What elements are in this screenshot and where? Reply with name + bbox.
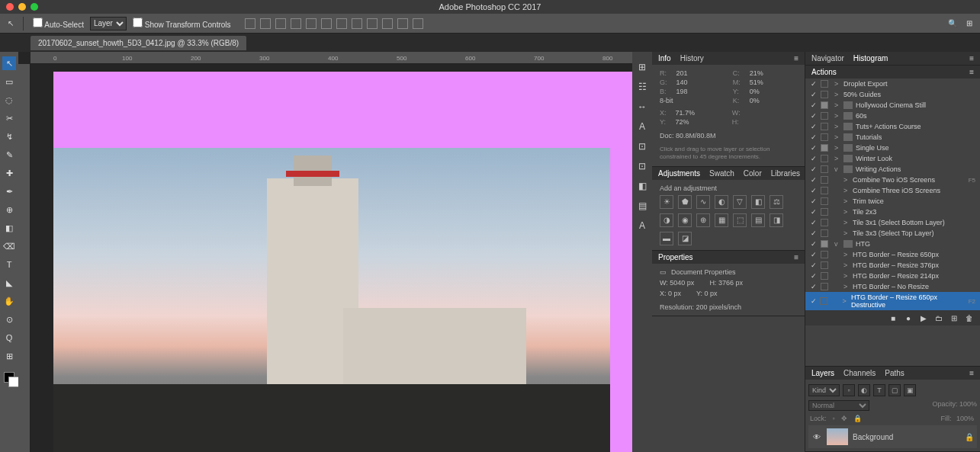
filter-type-icon[interactable]: T [873, 384, 885, 396]
ruler-horizontal[interactable]: 0100200300400500600700800 [31, 52, 632, 64]
action-dialog-toggle[interactable] [821, 91, 828, 98]
blend-mode-select[interactable]: Normal [808, 400, 869, 411]
action-dialog-toggle[interactable] [821, 112, 828, 120]
distribute-bottom-icon[interactable] [367, 18, 378, 29]
action-dialog-toggle[interactable] [821, 165, 828, 173]
action-toggle-icon[interactable]: ✓ [810, 197, 818, 205]
filter-pixel-icon[interactable]: ▫ [843, 384, 855, 396]
lock-pixels-icon[interactable]: ▫ [831, 415, 837, 422]
libraries-tab[interactable]: Libraries [771, 169, 800, 178]
filter-adjust-icon[interactable]: ◐ [858, 384, 870, 396]
channels-tab[interactable]: Channels [843, 369, 876, 377]
disclosure-icon[interactable]: > [843, 229, 850, 237]
align-top-icon[interactable] [245, 18, 255, 29]
disclosure-icon[interactable]: > [843, 283, 850, 290]
action-toggle-icon[interactable]: ✓ [810, 240, 818, 248]
auto-select-mode-select[interactable]: Layer [90, 17, 127, 30]
action-item-12[interactable]: ✓>Tile 2x3 [805, 207, 980, 217]
action-item-14[interactable]: ✓>Tile 3x3 (Select Top Layer) [805, 228, 980, 239]
distribute-vcenter-icon[interactable] [352, 18, 362, 29]
workspace-icon[interactable]: ⊞ [966, 19, 972, 27]
action-item-13[interactable]: ✓>Tile 3x1 (Select Bottom Layer) [805, 217, 980, 228]
tool-15[interactable]: Q [2, 331, 16, 345]
action-toggle-icon[interactable]: ✓ [810, 219, 818, 226]
action-dialog-toggle[interactable] [821, 261, 828, 269]
action-item-9[interactable]: ✓>Combine Two iOS ScreensF5 [805, 175, 980, 185]
tool-2[interactable]: ◌ [2, 93, 16, 107]
layer-background[interactable]: 👁 Background 🔒 [808, 425, 977, 448]
prop-x[interactable]: X: 0 px [660, 290, 681, 297]
disclosure-icon[interactable]: > [843, 176, 850, 184]
action-toggle-icon[interactable]: ✓ [810, 155, 818, 162]
action-dialog-toggle[interactable] [821, 219, 828, 226]
search-icon[interactable]: 🔍 [948, 19, 957, 27]
tool-9[interactable]: ◧ [2, 221, 16, 235]
action-dialog-toggle[interactable] [821, 251, 828, 258]
action-dialog-toggle[interactable] [821, 229, 828, 237]
layers-tab[interactable]: Layers [811, 369, 834, 377]
lock-all-icon[interactable]: 🔒 [852, 415, 863, 422]
paths-tab[interactable]: Paths [885, 369, 904, 377]
disclosure-icon[interactable]: > [843, 272, 850, 280]
distribute-left-icon[interactable] [382, 18, 393, 29]
prop-width[interactable]: W: 5040 px [660, 279, 694, 287]
channelmixer-adjustment-icon[interactable]: ⊕ [696, 213, 710, 227]
new-action-icon[interactable]: ⊞ [949, 313, 959, 322]
document-tab[interactable]: 20170602_sunset_howth_5D3_0412.jpg @ 33.… [31, 36, 246, 50]
tool-10[interactable]: ⌫ [2, 239, 16, 253]
action-toggle-icon[interactable]: ✓ [810, 187, 818, 194]
action-item-5[interactable]: ✓>Tutorials [805, 132, 980, 143]
colorlookup-adjustment-icon[interactable]: ▦ [715, 213, 728, 227]
action-item-7[interactable]: ✓>Winter Look [805, 153, 980, 164]
history-tab[interactable]: History [680, 54, 704, 63]
distribute-top-icon[interactable] [336, 18, 347, 29]
action-item-20[interactable]: ✓>HTG Border – Resize 650px DestructiveF… [805, 292, 980, 310]
disclosure-icon[interactable]: > [843, 208, 850, 216]
action-dialog-toggle[interactable] [821, 208, 828, 216]
distribute-hcenter-icon[interactable] [397, 18, 408, 29]
distribute-right-icon[interactable] [413, 18, 423, 29]
disclosure-icon[interactable]: > [834, 155, 840, 162]
prop-height[interactable]: H: 3766 px [709, 279, 743, 287]
action-item-8[interactable]: ✓vWriting Actions [805, 164, 980, 175]
dock-icon-6[interactable]: ◧ [636, 180, 648, 192]
action-dialog-toggle[interactable] [821, 144, 828, 152]
color-tab[interactable]: Color [744, 169, 762, 178]
action-item-15[interactable]: ✓vHTG [805, 239, 980, 249]
tool-7[interactable]: ✒ [2, 184, 16, 198]
filter-shape-icon[interactable]: ▢ [888, 384, 901, 396]
tool-11[interactable]: T [2, 258, 16, 271]
disclosure-icon[interactable]: > [834, 80, 840, 88]
lock-position-icon[interactable]: ✥ [840, 415, 849, 422]
action-item-2[interactable]: ✓>Hollywood Cinema Still [805, 100, 980, 111]
disclosure-icon[interactable]: > [843, 297, 848, 305]
action-toggle-icon[interactable]: ✓ [810, 208, 818, 216]
tool-5[interactable]: ✎ [2, 148, 16, 162]
action-item-18[interactable]: ✓>HTG Border – Resize 214px [805, 271, 980, 281]
exposure-adjustment-icon[interactable]: ◐ [715, 195, 728, 209]
tool-16[interactable]: ⊞ [2, 349, 16, 363]
curves-adjustment-icon[interactable]: ∿ [696, 195, 710, 209]
histogram-tab[interactable]: Histogram [853, 54, 888, 63]
action-item-0[interactable]: ✓>Droplet Export [805, 79, 980, 89]
info-panel-menu-icon[interactable]: ≡ [794, 54, 798, 63]
auto-select-checkbox[interactable]: Auto-Select [33, 18, 84, 29]
action-item-17[interactable]: ✓>HTG Border – Resize 376px [805, 260, 980, 271]
tool-4[interactable]: ↯ [2, 130, 16, 143]
action-toggle-icon[interactable]: ✓ [810, 229, 818, 237]
action-toggle-icon[interactable]: ✓ [810, 283, 818, 290]
action-item-10[interactable]: ✓>Combine Three iOS Screens [805, 185, 980, 196]
document-image[interactable] [53, 148, 610, 452]
action-dialog-toggle[interactable] [821, 80, 828, 88]
dock-icon-8[interactable]: A [636, 220, 648, 232]
dock-icon-5[interactable]: ⊡ [636, 160, 648, 172]
invert-adjustment-icon[interactable]: ⬚ [733, 213, 747, 227]
action-toggle-icon[interactable]: ✓ [810, 261, 818, 269]
action-toggle-icon[interactable]: ✓ [810, 176, 818, 184]
posterize-adjustment-icon[interactable]: ▤ [751, 213, 765, 227]
action-item-19[interactable]: ✓>HTG Border – No Resize [805, 281, 980, 292]
new-set-icon[interactable]: 🗀 [934, 313, 943, 322]
play-action-icon[interactable]: ▶ [919, 313, 928, 322]
action-toggle-icon[interactable]: ✓ [810, 91, 818, 98]
actions-tab[interactable]: Actions [811, 68, 837, 76]
